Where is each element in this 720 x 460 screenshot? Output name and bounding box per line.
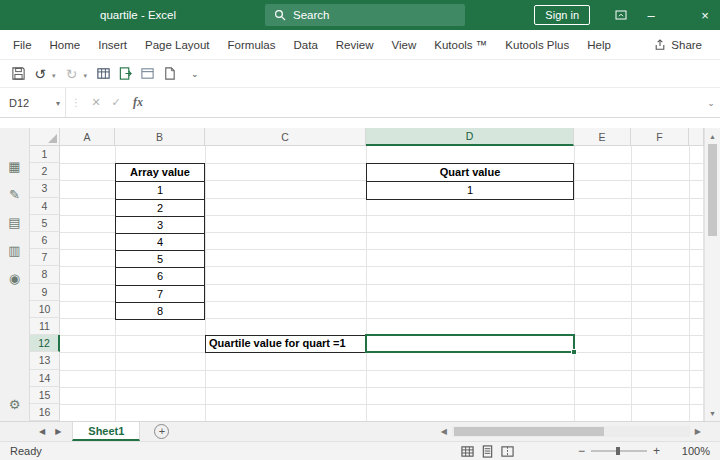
menu-tab-insert[interactable]: Insert [89,30,136,60]
customize-toolbar-icon[interactable]: ⌄ [191,69,199,79]
share-button[interactable]: Share [640,39,716,51]
menu-tab-home[interactable]: Home [41,30,90,60]
edit-pane-icon[interactable]: ✎ [9,188,20,201]
view-normal-button[interactable] [461,445,474,458]
scroll-left-icon[interactable]: ◀ [436,427,452,436]
row-header-11[interactable]: 11 [30,318,60,335]
row-header-2[interactable]: 2 [30,163,60,180]
menu-tab-file[interactable]: File [4,30,41,60]
scroll-down-icon[interactable]: ▼ [705,406,720,420]
row-header-6[interactable]: 6 [30,232,60,249]
tab-nav-right-icon[interactable]: ▶ [50,427,66,436]
cell-B8[interactable]: 6 [116,267,204,284]
zoom-in-button[interactable]: + [647,445,666,457]
search-box[interactable]: Search [265,4,465,26]
name-box[interactable]: D12 ▾ [0,88,66,117]
menu-tab-kutools[interactable]: Kutools ™ [425,30,496,60]
row-header-7[interactable]: 7 [30,249,60,266]
quick-access-button-2[interactable] [115,63,135,85]
fill-handle[interactable] [571,349,577,355]
workbook-pane-icon[interactable]: ▦ [8,160,20,173]
insert-function-icon[interactable]: fx [126,95,150,110]
redo-button[interactable]: ↻ [62,63,82,85]
view-page-break-button[interactable] [501,445,514,458]
quick-access-button-1[interactable] [93,63,113,85]
menu-tab-help[interactable]: Help [578,30,620,60]
zoom-slider[interactable] [591,450,647,452]
cell-D3[interactable]: 1 [367,181,573,198]
cell-B5[interactable]: 3 [116,216,204,233]
column-header-E[interactable]: E [574,128,631,146]
scroll-up-icon[interactable]: ▲ [705,129,720,143]
column-header-D[interactable]: D [366,128,574,146]
row-header-14[interactable]: 14 [30,370,60,387]
cancel-entry-icon[interactable]: ✕ [86,96,106,109]
menu-tab-view[interactable]: View [383,30,426,60]
cell-B7[interactable]: 5 [116,250,204,267]
row-header-3[interactable]: 3 [30,180,60,197]
row-header-4[interactable]: 4 [30,198,60,215]
quick-access-button-4[interactable] [159,63,179,85]
columns-pane-icon[interactable]: ▤ [8,216,20,229]
horizontal-scroll-thumb[interactable] [454,427,604,436]
close-button[interactable]: × [690,0,720,30]
column-header-B[interactable]: B [115,128,205,146]
menu-tab-review[interactable]: Review [327,30,383,60]
row-header-8[interactable]: 8 [30,266,60,283]
menu-tab-data[interactable]: Data [285,30,327,60]
cell-B4[interactable]: 2 [116,199,204,216]
row-header-10[interactable]: 10 [30,301,60,318]
undo-dropdown-icon[interactable]: ▾ [52,72,56,80]
undo-button[interactable]: ↺ [30,63,50,85]
column-header-C[interactable]: C [205,128,366,146]
column-header-F[interactable]: F [631,128,689,146]
cell-B9[interactable]: 7 [116,285,204,302]
sign-in-button[interactable]: Sign in [534,5,590,25]
sheet-grid[interactable]: ABCDEF12345678910111213141516 Array valu… [30,128,704,421]
tab-nav-left-icon[interactable]: ◀ [34,427,50,436]
row-header-1[interactable]: 1 [30,146,60,163]
ribbon-display-options-icon[interactable] [606,0,636,30]
menu-tab-page-layout[interactable]: Page Layout [136,30,219,60]
column-header-A[interactable]: A [60,128,115,146]
menu-tab-kutools-plus[interactable]: Kutools Plus [496,30,578,60]
vertical-scrollbar[interactable]: ▲ ▼ [704,128,720,421]
row-header-12[interactable]: 12 [30,335,60,352]
horizontal-scrollbar[interactable]: ◀ ▶ [436,426,706,437]
row-header-15[interactable]: 15 [30,387,60,404]
view-page-layout-button[interactable] [481,445,494,458]
save-button[interactable] [8,63,28,85]
row-header-13[interactable]: 13 [30,352,60,369]
scroll-right-icon[interactable]: ▶ [690,427,706,436]
cell-B10[interactable]: 8 [116,302,204,319]
zoom-out-button[interactable]: − [572,445,591,457]
row-header-9[interactable]: 9 [30,284,60,301]
add-sheet-button[interactable]: + [154,424,169,439]
zoom-slider-thumb[interactable] [616,447,620,455]
menu-tab-formulas[interactable]: Formulas [219,30,285,60]
selected-cell-D12[interactable] [365,334,575,353]
confirm-entry-icon[interactable]: ✓ [106,96,126,109]
expand-formula-bar-icon[interactable]: ⌄ [702,98,720,108]
redo-dropdown-icon[interactable]: ▾ [84,72,88,80]
cell-B3[interactable]: 1 [116,181,204,198]
settings-gear-icon[interactable]: ⚙ [9,398,21,411]
cell-B6[interactable]: 4 [116,233,204,250]
column-header-partial[interactable] [689,128,704,146]
quick-access-button-3[interactable] [137,63,157,85]
row-header-16[interactable]: 16 [30,404,60,421]
select-all-corner[interactable] [30,128,60,146]
find-pane-icon[interactable]: ◉ [9,272,20,285]
cell-C12[interactable]: Quartile value for quart =1 [205,335,366,352]
names-pane-icon[interactable]: ▥ [8,244,20,257]
vertical-scroll-thumb[interactable] [708,144,717,236]
cell-B2[interactable]: Array value [116,164,204,181]
name-box-dropdown-icon[interactable]: ▾ [56,99,60,108]
formula-input[interactable] [150,88,702,117]
zoom-level[interactable]: 100% [676,445,710,457]
cell-D2[interactable]: Quart value [367,164,573,181]
minimize-button[interactable]: – [636,0,666,30]
sheet-tab-sheet1[interactable]: Sheet1 [72,422,140,441]
horizontal-scroll-track[interactable] [452,426,690,437]
row-header-5[interactable]: 5 [30,215,60,232]
